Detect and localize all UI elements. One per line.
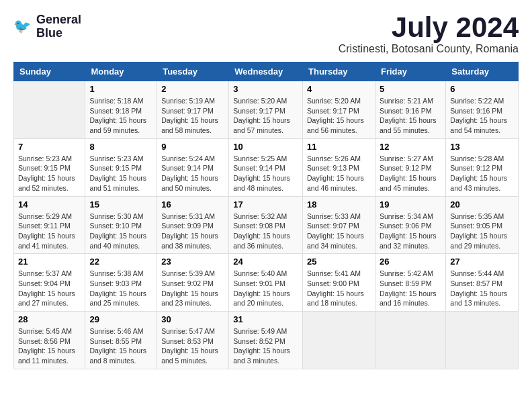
calendar-cell: 8Sunrise: 5:23 AM Sunset: 9:15 PM Daylig… — [85, 138, 157, 196]
header-tuesday: Tuesday — [157, 62, 229, 81]
day-info: Sunrise: 5:42 AM Sunset: 8:59 PM Dayligh… — [380, 269, 441, 308]
day-info: Sunrise: 5:20 AM Sunset: 9:17 PM Dayligh… — [307, 96, 371, 136]
day-number: 1 — [89, 84, 152, 94]
title-section: July 2024 Cristinesti, Botosani County, … — [339, 13, 519, 55]
calendar-cell: 23Sunrise: 5:39 AM Sunset: 9:02 PM Dayli… — [157, 254, 229, 312]
day-info: Sunrise: 5:41 AM Sunset: 9:00 PM Dayligh… — [307, 269, 371, 308]
day-number: 13 — [450, 142, 514, 152]
header-monday: Monday — [85, 62, 157, 81]
calendar-cell: 24Sunrise: 5:40 AM Sunset: 9:01 PM Dayli… — [229, 254, 303, 312]
day-info: Sunrise: 5:49 AM Sunset: 8:52 PM Dayligh… — [233, 326, 298, 366]
day-number: 9 — [161, 142, 224, 152]
day-info: Sunrise: 5:19 AM Sunset: 9:17 PM Dayligh… — [161, 96, 224, 136]
calendar-cell: 25Sunrise: 5:41 AM Sunset: 9:00 PM Dayli… — [303, 254, 375, 312]
header-thursday: Thursday — [303, 62, 375, 81]
day-number: 8 — [89, 142, 152, 152]
header: 🐦 General Blue July 2024 Cristinesti, Bo… — [13, 13, 519, 55]
calendar-cell: 26Sunrise: 5:42 AM Sunset: 8:59 PM Dayli… — [375, 254, 445, 312]
day-number: 24 — [233, 257, 298, 267]
day-info: Sunrise: 5:34 AM Sunset: 9:06 PM Dayligh… — [380, 212, 441, 251]
svg-text:🐦: 🐦 — [13, 17, 32, 35]
header-wednesday: Wednesday — [229, 62, 303, 81]
day-info: Sunrise: 5:18 AM Sunset: 9:18 PM Dayligh… — [89, 96, 152, 136]
day-info: Sunrise: 5:45 AM Sunset: 8:56 PM Dayligh… — [18, 326, 81, 366]
day-number: 5 — [380, 84, 441, 94]
day-info: Sunrise: 5:20 AM Sunset: 9:17 PM Dayligh… — [233, 96, 298, 136]
day-info: Sunrise: 5:32 AM Sunset: 9:08 PM Dayligh… — [233, 212, 298, 251]
calendar-table: SundayMondayTuesdayWednesdayThursdayFrid… — [13, 62, 519, 369]
header-friday: Friday — [375, 62, 445, 81]
day-info: Sunrise: 5:38 AM Sunset: 9:03 PM Dayligh… — [89, 269, 152, 308]
day-number: 18 — [307, 199, 371, 210]
day-number: 10 — [233, 142, 298, 152]
day-number: 20 — [450, 199, 514, 210]
calendar-cell: 6Sunrise: 5:22 AM Sunset: 9:16 PM Daylig… — [446, 81, 519, 139]
day-info: Sunrise: 5:46 AM Sunset: 8:55 PM Dayligh… — [89, 326, 152, 366]
calendar-cell: 21Sunrise: 5:37 AM Sunset: 9:04 PM Dayli… — [14, 254, 85, 312]
day-number: 26 — [380, 257, 441, 267]
day-number: 2 — [161, 84, 224, 94]
header-sunday: Sunday — [14, 62, 85, 81]
logo: 🐦 General Blue — [13, 13, 81, 40]
calendar-week-row: 7Sunrise: 5:23 AM Sunset: 9:15 PM Daylig… — [14, 138, 519, 196]
day-info: Sunrise: 5:27 AM Sunset: 9:12 PM Dayligh… — [380, 154, 441, 193]
calendar-cell: 22Sunrise: 5:38 AM Sunset: 9:03 PM Dayli… — [85, 254, 157, 312]
day-number: 4 — [307, 84, 371, 94]
day-number: 11 — [307, 142, 371, 152]
day-info: Sunrise: 5:23 AM Sunset: 9:15 PM Dayligh… — [89, 154, 152, 193]
calendar-cell: 27Sunrise: 5:44 AM Sunset: 8:57 PM Dayli… — [446, 254, 519, 312]
day-info: Sunrise: 5:23 AM Sunset: 9:15 PM Dayligh… — [18, 154, 81, 193]
calendar-cell: 13Sunrise: 5:28 AM Sunset: 9:12 PM Dayli… — [446, 138, 519, 196]
day-number: 6 — [450, 84, 514, 94]
calendar-cell: 19Sunrise: 5:34 AM Sunset: 9:06 PM Dayli… — [375, 196, 445, 254]
calendar-cell: 30Sunrise: 5:47 AM Sunset: 8:53 PM Dayli… — [157, 312, 229, 369]
day-info: Sunrise: 5:35 AM Sunset: 9:05 PM Dayligh… — [450, 212, 514, 251]
day-number: 3 — [233, 84, 298, 94]
day-number: 25 — [307, 257, 371, 267]
calendar-cell — [14, 81, 85, 139]
calendar-cell — [303, 312, 375, 369]
day-number: 29 — [89, 314, 152, 324]
calendar-week-row: 1Sunrise: 5:18 AM Sunset: 9:18 PM Daylig… — [14, 81, 519, 139]
day-info: Sunrise: 5:22 AM Sunset: 9:16 PM Dayligh… — [450, 96, 514, 136]
day-info: Sunrise: 5:25 AM Sunset: 9:14 PM Dayligh… — [233, 154, 298, 193]
calendar-cell: 3Sunrise: 5:20 AM Sunset: 9:17 PM Daylig… — [229, 81, 303, 139]
day-info: Sunrise: 5:39 AM Sunset: 9:02 PM Dayligh… — [161, 269, 224, 308]
calendar-cell: 11Sunrise: 5:26 AM Sunset: 9:13 PM Dayli… — [303, 138, 375, 196]
calendar-cell: 29Sunrise: 5:46 AM Sunset: 8:55 PM Dayli… — [85, 312, 157, 369]
day-number: 22 — [89, 257, 152, 267]
day-info: Sunrise: 5:44 AM Sunset: 8:57 PM Dayligh… — [450, 269, 514, 308]
calendar-cell: 5Sunrise: 5:21 AM Sunset: 9:16 PM Daylig… — [375, 81, 445, 139]
day-number: 16 — [161, 199, 224, 210]
day-info: Sunrise: 5:26 AM Sunset: 9:13 PM Dayligh… — [307, 154, 371, 193]
calendar-cell: 17Sunrise: 5:32 AM Sunset: 9:08 PM Dayli… — [229, 196, 303, 254]
calendar-cell: 4Sunrise: 5:20 AM Sunset: 9:17 PM Daylig… — [303, 81, 375, 139]
day-number: 19 — [380, 199, 441, 210]
calendar-cell — [375, 312, 445, 369]
logo-text: General Blue — [36, 13, 81, 40]
calendar-week-row: 28Sunrise: 5:45 AM Sunset: 8:56 PM Dayli… — [14, 312, 519, 369]
calendar-cell: 31Sunrise: 5:49 AM Sunset: 8:52 PM Dayli… — [229, 312, 303, 369]
calendar-cell: 14Sunrise: 5:29 AM Sunset: 9:11 PM Dayli… — [14, 196, 85, 254]
location-title: Cristinesti, Botosani County, Romania — [339, 43, 519, 55]
day-number: 31 — [233, 314, 298, 324]
calendar-cell: 1Sunrise: 5:18 AM Sunset: 9:18 PM Daylig… — [85, 81, 157, 139]
day-number: 14 — [18, 199, 81, 210]
calendar-cell: 16Sunrise: 5:31 AM Sunset: 9:09 PM Dayli… — [157, 196, 229, 254]
day-info: Sunrise: 5:28 AM Sunset: 9:12 PM Dayligh… — [450, 154, 514, 193]
logo-icon: 🐦 — [13, 17, 34, 37]
day-info: Sunrise: 5:29 AM Sunset: 9:11 PM Dayligh… — [18, 212, 81, 251]
header-saturday: Saturday — [446, 62, 519, 81]
month-title: July 2024 — [339, 13, 519, 42]
day-number: 17 — [233, 199, 298, 210]
day-number: 23 — [161, 257, 224, 267]
day-number: 30 — [161, 314, 224, 324]
calendar-cell: 20Sunrise: 5:35 AM Sunset: 9:05 PM Dayli… — [446, 196, 519, 254]
day-number: 21 — [18, 257, 81, 267]
day-info: Sunrise: 5:47 AM Sunset: 8:53 PM Dayligh… — [161, 326, 224, 366]
calendar-cell: 12Sunrise: 5:27 AM Sunset: 9:12 PM Dayli… — [375, 138, 445, 196]
day-number: 28 — [18, 314, 81, 324]
day-number: 15 — [89, 199, 152, 210]
day-number: 7 — [18, 142, 81, 152]
calendar-cell: 9Sunrise: 5:24 AM Sunset: 9:14 PM Daylig… — [157, 138, 229, 196]
